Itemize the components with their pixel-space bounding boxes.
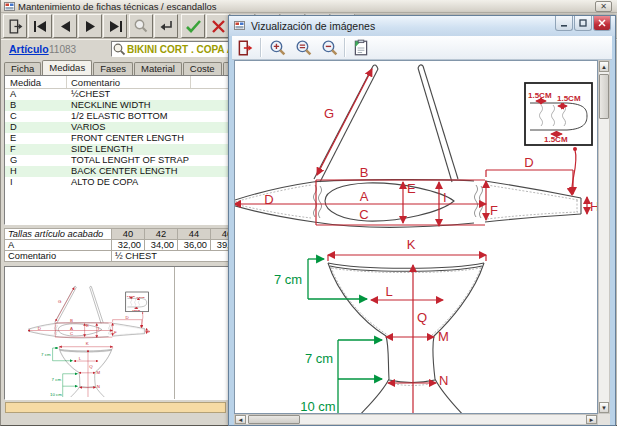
scroll-right-arrow[interactable]: ► — [586, 415, 597, 424]
scroll-left-arrow[interactable]: ◄ — [235, 415, 246, 424]
maximize-button[interactable] — [574, 16, 592, 31]
table-row[interactable]: BNECKLINE WIDTH — [5, 100, 228, 111]
maximize-icon — [579, 19, 587, 27]
measures-table-header: Medida Comentario — [5, 76, 228, 89]
table-row[interactable]: HBACK CENTER LENGTH — [5, 166, 228, 177]
zoom-in-button[interactable] — [266, 37, 288, 59]
viewer-exit-button[interactable] — [234, 37, 256, 59]
comment-row-label: Comentario — [4, 250, 112, 262]
zoom-reset-icon — [294, 39, 313, 58]
toolbar-separator — [260, 38, 261, 57]
drawing-main — [235, 61, 597, 413]
exit-door-icon — [7, 18, 24, 35]
tab-ficha[interactable]: Ficha — [4, 62, 41, 75]
viewer-exit-door-icon — [236, 39, 254, 57]
previous-record-button[interactable] — [53, 14, 77, 38]
column-header-comentario: Comentario — [71, 77, 120, 88]
cancel-button[interactable] — [206, 14, 230, 38]
zoom-in-icon — [268, 39, 287, 58]
last-record-button[interactable] — [103, 14, 127, 38]
tab-material[interactable]: Material — [134, 62, 182, 75]
zoom-out-button[interactable] — [318, 37, 340, 59]
image-canvas[interactable] — [234, 60, 598, 414]
close-icon — [598, 19, 606, 27]
main-window-title: Mantenimiento de fichas técnicas / escan… — [18, 1, 217, 12]
table-row[interactable]: EFRONT CENTER LENGTH — [5, 133, 228, 144]
last-record-icon — [108, 20, 123, 33]
viewer-toolbar — [232, 36, 612, 60]
minimize-button[interactable] — [555, 16, 573, 31]
article-number: 11083 — [49, 44, 76, 55]
tab-coste[interactable]: Coste — [183, 62, 222, 75]
image-viewer-window: Vizualización de imágenes — [228, 15, 616, 426]
check-icon — [185, 19, 202, 34]
magnifier-icon — [133, 18, 149, 34]
article-row: Artículo 11083 BIKINI CORT . COPA ADOR — [1, 40, 229, 58]
horizontal-scrollbar[interactable]: ◄ ► — [234, 414, 598, 425]
viewer-titlebar[interactable]: Vizualización de imágenes — [229, 16, 615, 36]
scrollbar-corner — [598, 414, 610, 425]
enter-button[interactable] — [154, 14, 178, 38]
close-button[interactable] — [593, 16, 611, 31]
viewer-app-icon — [234, 21, 245, 30]
scroll-up-arrow[interactable]: ▲ — [599, 61, 609, 72]
drawing-preview-panel[interactable] — [4, 266, 229, 400]
column-header-medida: Medida — [10, 77, 41, 88]
copy-image-button[interactable] — [350, 37, 372, 59]
comment-row-value[interactable]: ½ CHEST — [111, 250, 244, 262]
table-row[interactable]: GTOTAL LENGHT OF STRAP — [5, 155, 228, 166]
preview-divider — [174, 267, 175, 399]
clipboard-icon — [352, 39, 370, 57]
table-row[interactable]: FSIDE LENGTH — [5, 144, 228, 155]
first-record-icon — [33, 20, 48, 33]
zoom-reset-button[interactable] — [292, 37, 314, 59]
first-record-button[interactable] — [28, 14, 52, 38]
status-bar-orange — [5, 402, 226, 413]
viewer-title: Vizualización de imágenes — [251, 20, 375, 32]
main-close-button[interactable]: ✕ — [595, 1, 612, 12]
vertical-scrollbar[interactable]: ▲ ▼ — [598, 60, 610, 414]
next-record-button[interactable] — [78, 14, 102, 38]
tab-fases[interactable]: Fases — [93, 62, 133, 75]
lookup-magnifier-icon — [112, 42, 127, 56]
drawing-thumbnail — [28, 285, 150, 397]
main-window-titlebar[interactable]: Mantenimiento de fichas técnicas / escan… — [1, 0, 617, 13]
table-row[interactable]: C1/2 ELASTIC BOTTOM — [5, 111, 228, 122]
cross-icon — [211, 19, 226, 34]
article-link[interactable]: Artículo — [9, 43, 49, 55]
zoom-out-icon — [320, 39, 339, 58]
exit-button[interactable] — [3, 14, 27, 38]
scroll-down-arrow[interactable]: ▼ — [599, 402, 609, 413]
toolbar-separator — [344, 38, 345, 57]
horizontal-scroll-thumb[interactable] — [248, 415, 300, 424]
app-icon — [4, 2, 15, 11]
table-row[interactable]: IALTO DE COPA — [5, 177, 228, 188]
enter-arrow-icon — [158, 19, 174, 33]
sizes-grid: Tallas artículo acabado 40 42 44 46 A 32… — [4, 228, 230, 263]
tab-medidas[interactable]: Medidas — [42, 60, 92, 75]
minimize-icon — [560, 20, 568, 27]
accept-button[interactable] — [181, 14, 205, 38]
table-row[interactable]: A½CHEST — [5, 89, 228, 100]
vertical-scroll-thumb[interactable] — [599, 74, 609, 119]
table-row[interactable]: DVARIOS — [5, 122, 228, 133]
search-button[interactable] — [129, 14, 153, 38]
measures-table: Medida Comentario A½CHEST BNECKLINE WIDT… — [4, 75, 229, 225]
previous-icon — [59, 20, 72, 33]
next-icon — [84, 20, 97, 33]
